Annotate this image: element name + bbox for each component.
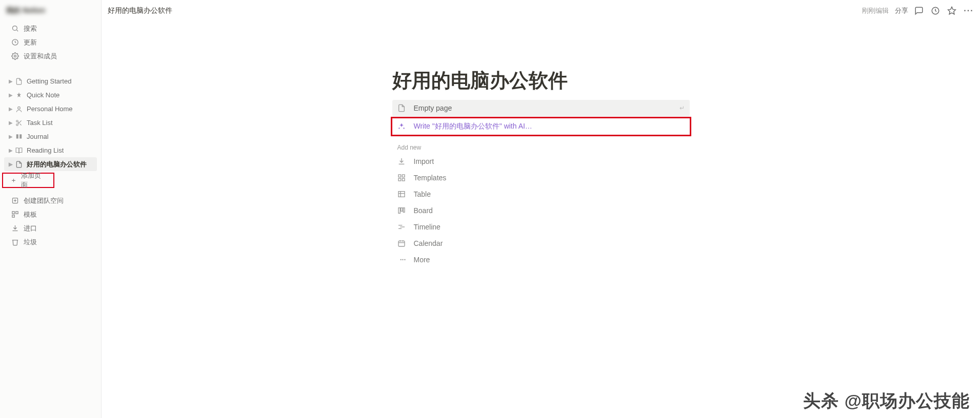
page-item-quick-note[interactable]: ▶ Quick Note <box>4 88 97 102</box>
table-icon <box>397 190 409 198</box>
sparkle-icon <box>397 122 409 131</box>
chevron-right-icon[interactable]: ▶ <box>6 148 15 153</box>
add-new-label: Add new <box>392 137 690 153</box>
option-label: Table <box>414 190 431 198</box>
svg-point-3 <box>14 55 16 57</box>
page-label: Task List <box>27 119 53 127</box>
svg-rect-15 <box>12 215 14 217</box>
templates-icon <box>397 174 409 182</box>
add-page-button[interactable]: ＋ 添加页面 <box>2 173 54 188</box>
page-item-journal[interactable]: ▶ Journal <box>4 130 97 143</box>
page-item-current[interactable]: ▶ 好用的电脑办公软件 <box>4 157 97 171</box>
svg-rect-24 <box>398 192 405 197</box>
option-templates[interactable]: Templates <box>392 170 690 186</box>
option-label: Empty page <box>414 104 452 112</box>
option-label: Write "好用的电脑办公软件" with AI… <box>414 122 532 131</box>
option-more[interactable]: ··· More <box>392 252 690 268</box>
breadcrumb[interactable]: 好用的电脑办公软件 <box>108 6 172 15</box>
option-import[interactable]: Import <box>392 153 690 170</box>
sidebar-item-import[interactable]: 进口 <box>4 221 97 235</box>
chevron-right-icon[interactable]: ▶ <box>6 92 15 98</box>
option-label: Templates <box>414 174 447 182</box>
pin-icon <box>15 92 25 99</box>
svg-rect-14 <box>15 212 17 214</box>
add-page-label: 添加页面 <box>21 171 47 190</box>
option-timeline[interactable]: Timeline <box>392 219 690 235</box>
svg-line-1 <box>16 30 18 31</box>
svg-rect-21 <box>402 175 405 177</box>
page-item-reading-list[interactable]: ▶ Reading List <box>4 143 97 157</box>
person-icon <box>15 106 25 113</box>
page-label: Getting Started <box>27 77 71 85</box>
topbar-actions: 刚刚编辑 分享 ··· <box>862 6 974 15</box>
option-empty-page[interactable]: Empty page ↵ <box>392 100 690 116</box>
main: 好用的电脑办公软件 刚刚编辑 分享 ··· 好用的电脑办公软件 Empty pa… <box>102 0 980 418</box>
page-item-task-list[interactable]: ▶ Task List <box>4 116 97 130</box>
option-label: Calendar <box>414 239 443 247</box>
sidebar-item-label: 垃圾 <box>24 238 37 247</box>
option-label: Timeline <box>414 223 441 231</box>
svg-point-4 <box>18 107 21 109</box>
page-icon <box>15 78 25 85</box>
star-icon[interactable] <box>947 6 957 15</box>
sidebar-item-templates[interactable]: 模板 <box>4 207 97 221</box>
topbar: 好用的电脑办公软件 刚刚编辑 分享 ··· <box>102 0 980 22</box>
page-label: Personal Home <box>27 105 73 113</box>
download-icon <box>397 157 409 165</box>
page-label: 好用的电脑办公软件 <box>27 160 87 169</box>
workspace-name: 我的 Notion <box>6 6 45 14</box>
more-icon: ··· <box>397 256 409 264</box>
svg-line-8 <box>19 123 21 125</box>
sidebar-item-settings[interactable]: 设置和成员 <box>4 49 97 63</box>
sidebar-item-search[interactable]: 搜索 <box>4 22 97 35</box>
plus-icon: ＋ <box>9 176 18 185</box>
sidebar-item-teamspace[interactable]: 创建团队空间 <box>4 194 97 207</box>
share-button[interactable]: 分享 <box>895 6 908 15</box>
history-icon[interactable] <box>931 6 941 15</box>
timeline-icon <box>397 223 409 231</box>
option-board[interactable]: Board <box>392 202 690 219</box>
svg-point-0 <box>12 26 17 31</box>
chevron-right-icon[interactable]: ▶ <box>6 134 15 139</box>
sidebar-item-label: 创建团队空间 <box>24 196 64 205</box>
svg-marker-18 <box>948 7 956 14</box>
sidebar-item-label: 更新 <box>24 38 37 47</box>
chevron-right-icon[interactable]: ▶ <box>6 120 15 126</box>
chevron-right-icon[interactable]: ▶ <box>6 106 15 112</box>
calendar-icon <box>397 239 409 247</box>
page-item-getting-started[interactable]: ▶ Getting Started <box>4 74 97 88</box>
sidebar-item-updates[interactable]: 更新 <box>4 35 97 49</box>
svg-rect-13 <box>12 212 14 214</box>
svg-rect-28 <box>401 208 402 212</box>
option-write-with-ai[interactable]: Write "好用的电脑办公软件" with AI… <box>392 118 690 135</box>
workspace-switcher[interactable]: 我的 Notion <box>0 4 101 17</box>
page-item-personal-home[interactable]: ▶ Personal Home <box>4 102 97 116</box>
page-title[interactable]: 好用的电脑办公软件 <box>392 68 690 94</box>
page-label: Journal <box>27 133 49 140</box>
svg-point-6 <box>16 123 18 126</box>
enter-icon: ↵ <box>679 104 685 112</box>
sidebar-item-trash[interactable]: 垃圾 <box>4 235 97 249</box>
svg-point-5 <box>16 120 18 122</box>
sidebar-top-section: 搜索 更新 设置和成员 <box>0 20 101 64</box>
comments-icon[interactable] <box>914 6 925 15</box>
chevron-right-icon[interactable]: ▶ <box>6 161 15 167</box>
svg-rect-33 <box>398 241 405 246</box>
sidebar: 我的 Notion 搜索 更新 设置和成员 ▶ Getting Started <box>0 0 102 418</box>
more-icon[interactable]: ··· <box>964 6 974 15</box>
template-icon <box>10 211 19 218</box>
page-label: Reading List <box>27 147 64 154</box>
chevron-right-icon[interactable]: ▶ <box>6 78 15 84</box>
ai-highlight: Write "好用的电脑办公软件" with AI… <box>391 117 691 136</box>
svg-line-9 <box>18 121 19 122</box>
import-icon <box>10 224 19 232</box>
svg-rect-29 <box>403 208 405 213</box>
gear-icon <box>10 52 19 60</box>
option-table[interactable]: Table <box>392 186 690 202</box>
page: 好用的电脑办公软件 Empty page ↵ Write "好用的电脑办公软件"… <box>392 68 690 418</box>
option-calendar[interactable]: Calendar <box>392 235 690 252</box>
svg-rect-20 <box>398 175 401 177</box>
scissors-icon <box>15 119 25 127</box>
svg-rect-27 <box>398 208 400 214</box>
search-icon <box>10 25 19 32</box>
